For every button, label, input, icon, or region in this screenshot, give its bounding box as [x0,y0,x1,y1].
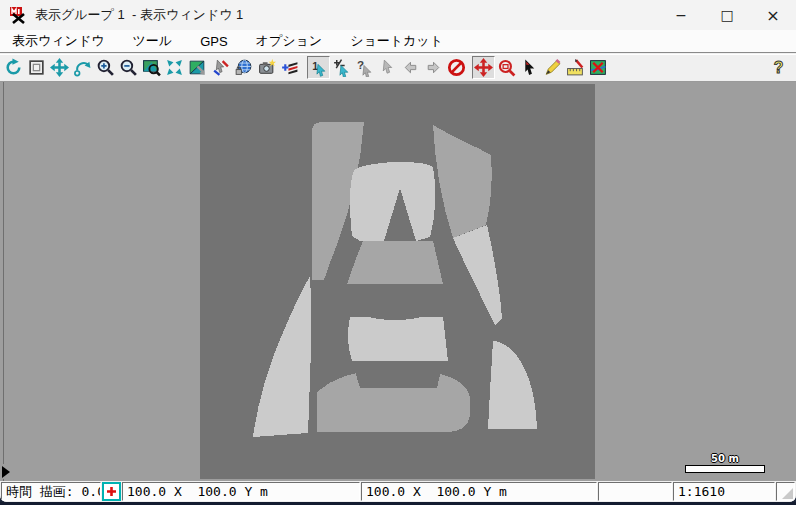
display-window: 表示グループ 1 - 表示ウィンドウ 1 − □ × 表示ウィンドウ ツール G… [0,0,796,502]
tools-palette-icon[interactable] [209,56,232,79]
legend-panel-divider [3,82,4,481]
svg-text:?: ? [774,59,784,76]
pointer-cursor-button[interactable] [376,56,399,79]
select-tool-button[interactable] [518,56,541,79]
close-button[interactable]: × [750,0,796,30]
plusminus-cursor-button[interactable] [330,56,353,79]
view-layer-icon[interactable] [186,56,209,79]
menu-tools[interactable]: ツール [123,30,183,52]
resize-grip-icon [782,488,793,499]
minimize-button[interactable]: − [658,0,704,30]
svg-text:?: ? [357,58,364,71]
maximize-button[interactable]: □ [704,0,750,30]
menu-options[interactable]: オプション [246,30,333,52]
status-time-field: 時間 描画: 0.0 [1,482,101,501]
zoom-extents-icon[interactable] [163,56,186,79]
toolbar: 1 ? ? [0,54,796,82]
globe-lock-icon[interactable] [232,56,255,79]
status-map-scale-field: 1:1610 [673,482,775,501]
resize-grip[interactable] [776,482,795,501]
crosshair-icon [106,486,117,497]
prev-element-icon[interactable] [399,56,422,79]
map-canvas[interactable]: 50 m [0,82,796,481]
help-icon[interactable]: ? [767,56,790,79]
window-title: 表示グループ 1 - 表示ウィンドウ 1 [35,6,243,24]
previous-view-icon[interactable] [71,56,94,79]
pan-view-icon[interactable] [48,56,71,79]
scale-bar-label: 50 m [685,453,765,464]
scale-bar: 50 m [685,453,765,473]
app-logo-icon [9,6,27,24]
pan-tool-button[interactable] [472,56,495,79]
zoom-out-icon[interactable] [117,56,140,79]
zoom-rect-tool-button[interactable] [495,56,518,79]
zoom-box-region-icon[interactable] [25,56,48,79]
raster-image[interactable] [200,84,595,479]
legend-panel-toggle-button[interactable] [0,464,12,479]
menu-bar: 表示ウィンドウ ツール GPS オプション ショートカット [0,30,796,53]
snapshot-icon[interactable] [255,56,278,79]
zoom-in-icon[interactable] [94,56,117,79]
status-cursor-position-field: 100.0 X 100.0 Y m [122,482,360,501]
menu-display-window[interactable]: 表示ウィンドウ [2,30,115,52]
tool-1-cursor-button[interactable]: 1 [307,56,330,79]
status-bar: 時間 描画: 0.0 100.0 X 100.0 Y m 100.0 X 100… [0,481,796,502]
zoom-full-icon[interactable] [140,56,163,79]
geotoolbox-button[interactable] [587,56,610,79]
expand-right-icon [2,466,10,478]
status-reference-position-field: 100.0 X 100.0 Y m [361,482,597,501]
title-bar: 表示グループ 1 - 表示ウィンドウ 1 − □ × [0,0,796,30]
scale-bar-rule [685,465,765,473]
status-empty-field [598,482,672,501]
menu-shortcuts[interactable]: ショートカット [340,30,453,52]
redraw-icon[interactable] [2,56,25,79]
whats-this-cursor-button[interactable]: ? [353,56,376,79]
cancel-icon[interactable] [445,56,468,79]
crosshair-toggle-button[interactable] [102,482,121,501]
sketch-tool-button[interactable] [541,56,564,79]
next-element-icon[interactable] [422,56,445,79]
menu-gps[interactable]: GPS [190,32,237,51]
add-layer-icon[interactable] [278,56,301,79]
measure-tool-button[interactable] [564,56,587,79]
